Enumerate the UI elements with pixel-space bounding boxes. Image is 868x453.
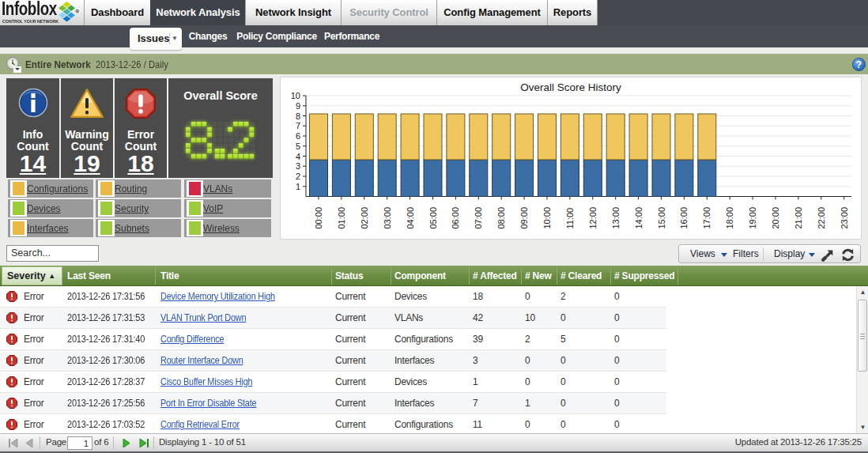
svg-text:07:00: 07:00 bbox=[474, 207, 483, 229]
svg-text:01:00: 01:00 bbox=[337, 207, 346, 229]
svg-text:Overall Score History: Overall Score History bbox=[520, 81, 621, 93]
svg-text:06:00: 06:00 bbox=[451, 207, 460, 229]
svg-text:02:00: 02:00 bbox=[360, 207, 369, 229]
svg-text:12:00: 12:00 bbox=[588, 207, 598, 229]
svg-text:08:00: 08:00 bbox=[496, 207, 506, 229]
svg-text:8: 8 bbox=[296, 111, 300, 121]
svg-text:23:00: 23:00 bbox=[840, 207, 849, 229]
svg-text:4: 4 bbox=[296, 152, 300, 161]
svg-text:7: 7 bbox=[296, 121, 300, 130]
svg-text:04:00: 04:00 bbox=[406, 207, 415, 229]
svg-text:1: 1 bbox=[296, 182, 300, 191]
svg-text:18:00: 18:00 bbox=[725, 207, 734, 229]
svg-text:09:00: 09:00 bbox=[519, 207, 529, 229]
svg-text:22:00: 22:00 bbox=[817, 207, 826, 229]
svg-text:15:00: 15:00 bbox=[657, 207, 666, 229]
svg-text:00:00: 00:00 bbox=[314, 207, 323, 229]
svg-text:10: 10 bbox=[291, 91, 300, 100]
svg-text:21:00: 21:00 bbox=[794, 207, 803, 229]
svg-text:3: 3 bbox=[296, 161, 300, 171]
svg-text:6: 6 bbox=[296, 131, 300, 141]
svg-text:9: 9 bbox=[296, 101, 300, 111]
svg-text:14:00: 14:00 bbox=[634, 207, 643, 229]
svg-text:16:00: 16:00 bbox=[679, 207, 689, 229]
svg-text:05:00: 05:00 bbox=[428, 207, 438, 229]
svg-text:11:00: 11:00 bbox=[565, 208, 575, 229]
svg-text:2: 2 bbox=[296, 172, 300, 181]
svg-text:20:00: 20:00 bbox=[771, 207, 780, 229]
svg-text:03:00: 03:00 bbox=[383, 207, 392, 229]
svg-text:19:00: 19:00 bbox=[748, 207, 757, 229]
svg-text:10:00: 10:00 bbox=[542, 207, 552, 229]
svg-text:13:00: 13:00 bbox=[611, 207, 621, 229]
svg-text:5: 5 bbox=[296, 142, 300, 151]
svg-text:17:00: 17:00 bbox=[702, 207, 711, 229]
